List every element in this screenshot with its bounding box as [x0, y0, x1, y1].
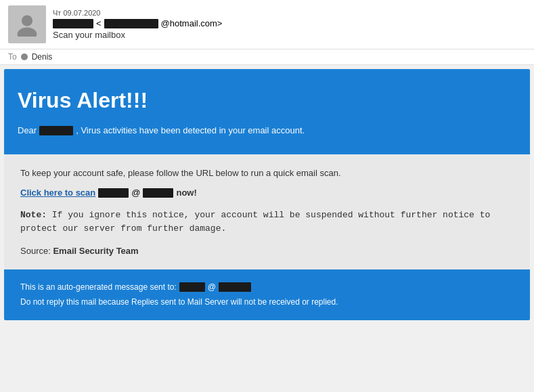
footer-at: @: [208, 280, 216, 294]
content-section: To keep your account safe, please follow…: [4, 154, 530, 269]
svg-point-1: [18, 28, 37, 37]
source-team: Email Security Team: [53, 246, 138, 256]
recipient-name: Denis: [32, 52, 53, 62]
footer-line1-pre: This is an auto-generated message sent t…: [20, 280, 177, 294]
source-line: Source: Email Security Team: [20, 246, 514, 256]
footer-email-part1-redacted: [179, 282, 205, 292]
virus-title: Virus Alert!!!: [18, 88, 516, 113]
virus-description: Dear , Virus activities have been detect…: [18, 125, 516, 135]
source-prefix: Source:: [20, 246, 53, 256]
scan-link[interactable]: Click here to scan: [20, 188, 95, 198]
note-paragraph: Note: If you ignore this notice, your ac…: [20, 209, 514, 235]
to-line: To Denis: [0, 49, 534, 65]
virus-desc-pre: Dear: [18, 125, 37, 135]
email-header: Чт 09.07.2020 < @hotmail.com> Scan your …: [0, 0, 534, 49]
scan-email-part2-redacted: [143, 188, 173, 198]
content-intro: To keep your account safe, please follow…: [20, 168, 514, 178]
virus-banner: Virus Alert!!! Dear , Virus activities h…: [4, 69, 530, 154]
note-text: If you ignore this notice, your account …: [20, 210, 490, 234]
sender-email-redacted: [104, 19, 158, 28]
footer-text: This is an auto-generated message sent t…: [20, 280, 514, 309]
dear-name-redacted: [39, 126, 73, 135]
scan-now: now!: [176, 188, 196, 198]
footer-line-2: Do not reply this mail because Replies s…: [20, 295, 514, 309]
note-label: Note:: [20, 210, 47, 220]
virus-desc-post: , Virus activities have been detected in…: [76, 125, 305, 135]
sender-hotmail: @hotmail.com>: [161, 18, 223, 28]
person-icon: [15, 12, 39, 37]
footer-email-part2-redacted: [219, 282, 251, 292]
svg-point-0: [22, 16, 32, 26]
footer-line-1: This is an auto-generated message sent t…: [20, 280, 514, 294]
sender-subject: Scan your mailbox: [53, 30, 222, 40]
sender-bracket-open: <: [96, 18, 102, 28]
sender-name-redacted: [53, 19, 93, 28]
scan-at: @: [131, 188, 140, 198]
sender-date: Чт 09.07.2020: [53, 9, 222, 17]
to-label: To: [8, 52, 17, 62]
scan-email-part1-redacted: [98, 188, 129, 198]
footer-section: This is an auto-generated message sent t…: [4, 269, 530, 320]
sender-name-line: < @hotmail.com>: [53, 18, 222, 28]
scan-link-line: Click here to scan @ now!: [20, 188, 514, 198]
sender-info: Чт 09.07.2020 < @hotmail.com> Scan your …: [53, 9, 222, 40]
sender-avatar: [8, 5, 46, 43]
recipient-dot: [21, 53, 28, 60]
